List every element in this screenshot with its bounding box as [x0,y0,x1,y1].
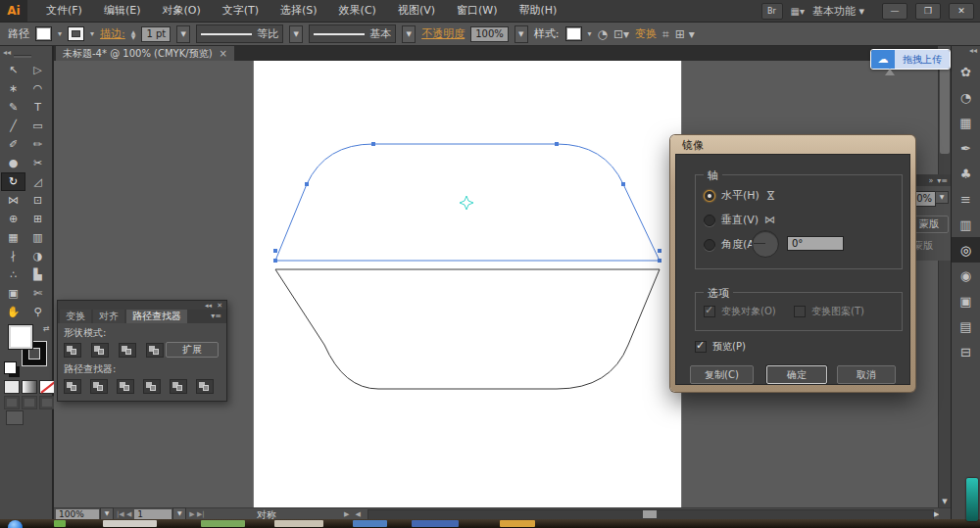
vertical-radio[interactable] [704,215,715,226]
blob-brush-tool[interactable]: ● [1,154,25,172]
artboards-panel-icon[interactable]: ⊟ [952,339,980,364]
gradient-tool[interactable]: ▥ [25,228,50,247]
blend-tool[interactable]: ◑ [25,247,50,265]
perspective-grid-tool[interactable]: ⊞ [25,210,50,228]
stroke-dropdown-icon[interactable]: ▾ [90,29,94,38]
hand-tool[interactable]: ✋ [1,303,25,321]
graphic-styles-panel-icon[interactable]: ▣ [952,288,980,313]
draw-normal-button[interactable] [4,396,20,409]
transform-patterns-checkbox[interactable] [794,306,806,317]
taskbar-icon[interactable] [412,520,459,527]
gradient-panel-icon[interactable]: ▥ [952,212,980,237]
width-profile-dropdown[interactable]: 等比 [196,24,283,43]
profile-dropdown-arrow[interactable]: ▼ [289,25,303,43]
pen-tool[interactable]: ✎ [1,98,25,117]
zoom-level-field[interactable]: 100% [56,509,99,519]
slice-tool[interactable]: ✄ [25,284,50,303]
preview-checkbox[interactable] [695,341,707,353]
eraser-tool[interactable]: ✂ [25,154,50,172]
angle-radio[interactable] [704,239,715,251]
minus-front-icon[interactable] [91,343,109,358]
shape-builder-tool[interactable]: ⊕ [1,210,25,228]
vertical-scrollbar[interactable]: ▼ [938,61,951,507]
stroke-panel-icon[interactable]: ≡ [952,186,980,212]
eyedropper-tool[interactable]: ∤ [1,247,25,265]
stroke-weight-dropdown[interactable]: ▼ [176,25,190,43]
swatches-panel-icon[interactable]: ▦ [952,110,980,135]
color-button[interactable] [4,380,20,394]
style-dropdown-icon[interactable]: ▾ [588,29,592,38]
make-mask-button[interactable]: 蒙版 [909,216,949,233]
width-tool[interactable]: ⋈ [1,191,25,210]
taskbar-icon[interactable] [103,520,157,527]
none-button[interactable] [39,380,55,394]
scroll-divider-icons[interactable]: ▶◀ [344,510,361,518]
pencil-tool[interactable]: ✏ [25,135,50,154]
menu-object[interactable]: 对象(O) [151,0,211,22]
tab-transform[interactable]: 变换 [60,310,91,323]
scale-tool[interactable]: ◿ [25,172,50,191]
horizontal-radio[interactable] [704,190,715,202]
free-transform-tool[interactable]: ⊡ [25,191,50,210]
drag-upload-badge[interactable]: ☁ 拖拽上传 [870,49,951,70]
collapse-tools-icon[interactable]: ◂◂ [3,48,11,57]
artboard[interactable] [253,61,682,507]
exclude-icon[interactable] [146,343,164,358]
taskbar-icon[interactable] [274,520,323,527]
arrange-documents-icon[interactable]: ▦▾ [791,6,805,17]
color-panel-icon[interactable]: ✿ [952,59,980,84]
start-button[interactable] [8,520,23,528]
color-guide-panel-icon[interactable]: ◔ [952,84,980,110]
symbols-panel-icon[interactable]: ♣ [952,161,980,186]
menu-select[interactable]: 选择(S) [270,0,328,22]
fill-indicator[interactable] [8,324,33,350]
vertical-scroll-thumb[interactable] [940,64,950,154]
menu-type[interactable]: 文字(T) [212,0,270,22]
brush-dropdown-arrow[interactable]: ▼ [402,25,416,43]
recolor-artwork-icon[interactable]: ◔ [598,27,608,41]
horizontal-scroll-thumb[interactable] [643,510,657,518]
document-tab[interactable]: 未标题-4* @ 100% (CMYK/预览) × [56,46,234,61]
menu-help[interactable]: 帮助(H) [508,0,567,22]
first-artboard-icon[interactable]: |◀ ◀ [117,510,131,518]
taskbar-icon[interactable] [500,520,535,527]
stroke-link[interactable]: 描边: [100,26,125,41]
fill-color-swatch[interactable] [35,26,52,41]
minus-back-icon[interactable] [196,379,214,394]
menu-effect[interactable]: 效果(C) [328,0,387,22]
collapse-dock-icon[interactable]: ◂◂ [952,46,980,59]
workspace-switcher[interactable]: 基本功能 ▾ [812,4,864,19]
menu-file[interactable]: 文件(F) [35,0,93,22]
divide-icon[interactable] [64,379,81,394]
taskbar-icon[interactable] [353,520,387,527]
stroke-weight-stepper[interactable]: ▲▼ [131,29,136,39]
selection-tool[interactable]: ↖ [1,61,25,79]
zoom-tool[interactable]: ⚲ [25,303,50,321]
paintbrush-tool[interactable]: ✐ [1,135,25,154]
mirrored-bottom-path[interactable] [275,269,660,389]
style-swatch[interactable] [565,26,582,41]
rotate-tool[interactable]: ↻ [1,172,25,191]
line-segment-tool[interactable]: ╱ [1,117,25,135]
stroke-color-swatch[interactable] [68,26,84,41]
close-button[interactable]: ✕ [949,3,974,20]
mesh-tool[interactable]: ▦ [1,228,25,247]
draw-behind-button[interactable] [22,396,37,409]
close-panel-icon[interactable]: ✕ [217,302,222,310]
restore-button[interactable]: ❐ [915,3,941,20]
transform-link[interactable]: 变换 [635,26,657,41]
minimize-button[interactable]: — [882,3,907,20]
copy-button[interactable]: 复制(C) [690,365,754,384]
tools-grip[interactable] [14,55,31,58]
menu-edit[interactable]: 编辑(E) [93,0,152,22]
brushes-panel-icon[interactable]: ✒ [952,135,980,161]
swap-fill-stroke-icon[interactable]: ⇄ [43,324,50,333]
expand-button[interactable]: 扩展 [166,342,219,358]
ok-button[interactable]: 确定 [766,365,827,384]
tab-align[interactable]: 对齐 [93,310,124,323]
appearance-panel-icon[interactable]: ◉ [952,263,980,288]
last-artboard-icon[interactable]: ▶ ▶| [189,510,204,518]
expand-panel-icon[interactable]: » [928,176,933,185]
trim-icon[interactable] [90,379,108,394]
crop-icon[interactable] [143,379,161,394]
